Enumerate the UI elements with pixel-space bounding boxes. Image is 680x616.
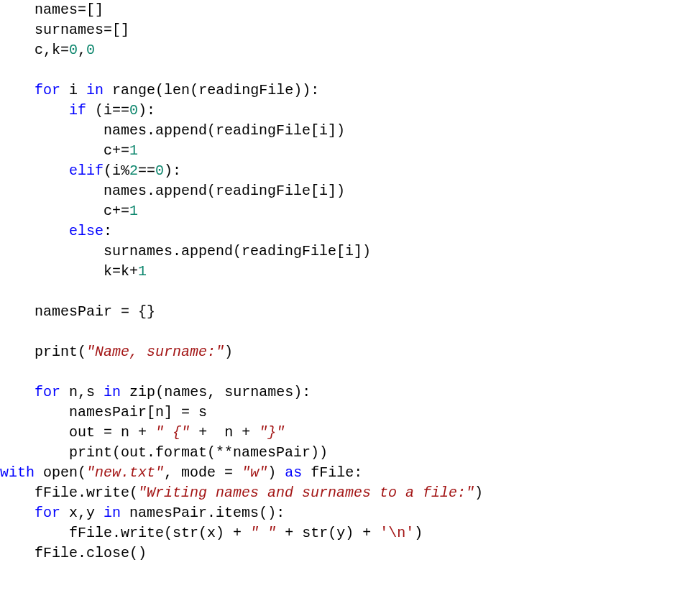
- token-num: 0: [155, 162, 164, 179]
- token-num: 0: [129, 102, 138, 119]
- token-kw: else: [69, 223, 104, 239]
- token-func: zip: [129, 384, 155, 400]
- token-num: 2: [129, 162, 138, 179]
- token-str: "Writing names and surnames to a file:": [138, 484, 474, 501]
- token-kw: elif: [69, 162, 104, 179]
- token-func: str: [173, 525, 198, 541]
- token-kw: with: [0, 464, 35, 481]
- token-num: 0: [86, 42, 95, 58]
- token-kw: as: [285, 464, 302, 481]
- token-kw: for: [35, 82, 60, 98]
- token-kw: in: [104, 505, 121, 521]
- token-func: range: [112, 82, 155, 98]
- token-num: 0: [69, 42, 78, 58]
- token-str: "}": [259, 424, 285, 441]
- code-block: names=[] surnames=[] c,k=0,0 for i in ra…: [0, 0, 680, 564]
- token-func: str: [302, 525, 328, 541]
- token-num: 1: [129, 203, 138, 219]
- token-num: 1: [129, 142, 138, 159]
- token-func: len: [164, 82, 190, 98]
- token-str: "new.txt": [86, 464, 164, 481]
- token-str: " ": [250, 525, 276, 541]
- token-str: "Name, surname:": [86, 344, 224, 360]
- token-func: open: [43, 464, 78, 481]
- token-kw: for: [35, 505, 60, 521]
- token-func: print: [35, 344, 78, 360]
- token-kw: in: [86, 82, 104, 98]
- token-kw: in: [104, 384, 121, 400]
- token-kw: for: [35, 384, 60, 400]
- token-strn: '\n': [380, 525, 414, 541]
- token-kw: if: [69, 102, 86, 119]
- token-str: " {": [155, 424, 190, 441]
- token-num: 1: [138, 263, 147, 280]
- token-func: print: [69, 444, 112, 461]
- token-str: "w": [242, 464, 267, 481]
